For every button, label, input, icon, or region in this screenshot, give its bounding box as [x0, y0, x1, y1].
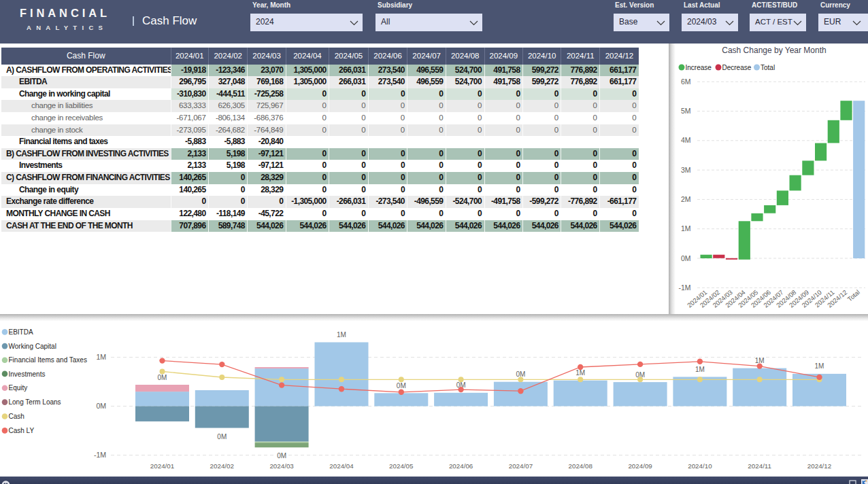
svg-text:2024/09: 2024/09 [628, 462, 652, 470]
svg-text:2024/08: 2024/08 [775, 288, 797, 309]
svg-text:2024/05: 2024/05 [737, 288, 759, 309]
svg-text:2024/02: 2024/02 [699, 288, 721, 309]
svg-text:2024/11: 2024/11 [748, 462, 771, 470]
svg-text:2024/11: 2024/11 [814, 288, 836, 309]
svg-text:1M: 1M [96, 353, 106, 361]
svg-text:2024/08: 2024/08 [568, 462, 592, 470]
svg-text:Investments: Investments [9, 370, 46, 378]
svg-text:2024/01: 2024/01 [686, 288, 708, 309]
svg-text:Long Term Loans: Long Term Loans [9, 398, 61, 406]
svg-text:0M: 0M [96, 402, 106, 410]
svg-text:2024/12: 2024/12 [807, 462, 831, 470]
svg-text:Decrease: Decrease [722, 64, 752, 71]
svg-text:0M: 0M [635, 371, 645, 379]
svg-text:0M: 0M [681, 254, 691, 262]
svg-text:2024/06: 2024/06 [449, 462, 473, 470]
svg-text:1M: 1M [695, 366, 705, 373]
svg-text:2024/10: 2024/10 [801, 288, 823, 309]
svg-text:2024/01: 2024/01 [150, 462, 174, 470]
svg-text:2024/07: 2024/07 [509, 462, 533, 470]
svg-text:Equity: Equity [9, 384, 28, 392]
svg-text:1M: 1M [755, 357, 765, 364]
svg-text:0M: 0M [456, 381, 466, 389]
svg-text:Increase: Increase [686, 64, 712, 71]
svg-text:2024/04: 2024/04 [329, 462, 354, 470]
svg-text:1M: 1M [815, 362, 824, 370]
svg-text:2024/03: 2024/03 [711, 288, 733, 309]
svg-text:4M: 4M [681, 136, 691, 144]
svg-text:0M: 0M [277, 452, 286, 460]
svg-text:1M: 1M [575, 369, 585, 377]
svg-text:3M: 3M [681, 166, 691, 174]
svg-text:Working Capital: Working Capital [9, 343, 56, 350]
svg-text:2024/06: 2024/06 [750, 288, 772, 309]
svg-text:2024/07: 2024/07 [762, 288, 784, 309]
svg-text:Total: Total [761, 64, 775, 71]
svg-text:-1M: -1M [678, 283, 690, 292]
svg-text:Cash: Cash [9, 413, 24, 420]
svg-text:1M: 1M [337, 331, 346, 339]
svg-text:0M: 0M [397, 382, 406, 390]
svg-text:2024/02: 2024/02 [210, 462, 234, 470]
svg-text:2024/10: 2024/10 [688, 462, 712, 470]
svg-text:2M: 2M [681, 195, 691, 203]
svg-text:2024/04: 2024/04 [724, 288, 746, 309]
svg-text:EBITDA: EBITDA [9, 328, 33, 336]
svg-text:0M: 0M [217, 433, 227, 440]
svg-text:Financial Items and Taxes: Financial Items and Taxes [9, 356, 87, 364]
svg-text:0M: 0M [516, 370, 525, 378]
svg-text:5M: 5M [681, 107, 691, 115]
svg-text:6M: 6M [681, 77, 691, 86]
svg-text:Total: Total [846, 288, 861, 302]
svg-text:2024/03: 2024/03 [269, 462, 294, 470]
svg-text:Cash LY: Cash LY [9, 427, 35, 434]
svg-text:2024/09: 2024/09 [788, 288, 810, 309]
svg-text:0M: 0M [158, 374, 167, 381]
svg-text:2024/05: 2024/05 [389, 462, 414, 470]
svg-text:1M: 1M [681, 224, 691, 232]
svg-text:Cash Change by Year Month: Cash Change by Year Month [722, 46, 826, 55]
svg-text:-1M: -1M [94, 451, 106, 459]
svg-text:2024/12: 2024/12 [826, 288, 848, 309]
